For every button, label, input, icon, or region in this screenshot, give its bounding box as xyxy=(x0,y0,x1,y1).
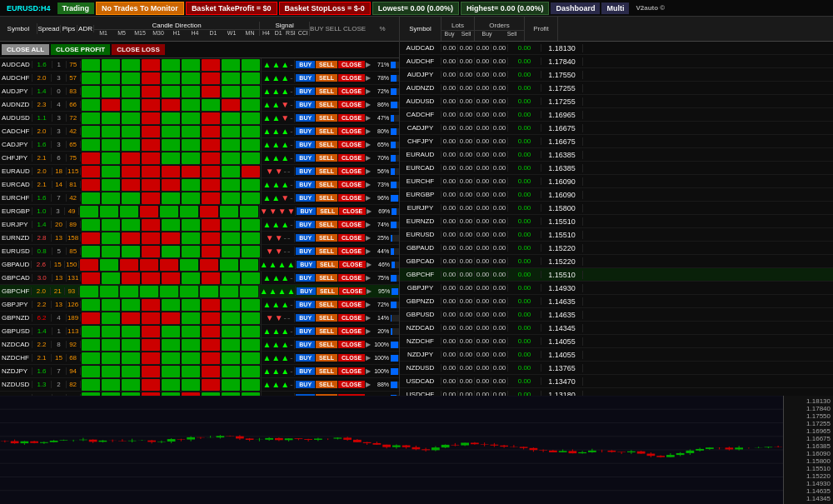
close-loss-button[interactable]: CLOSE LOSS xyxy=(112,44,165,55)
close-row-button[interactable]: CLOSE xyxy=(338,87,365,95)
close-row-button[interactable]: CLOSE xyxy=(338,61,365,68)
buy-button[interactable]: BUY xyxy=(296,114,315,122)
close-row-button[interactable]: CLOSE xyxy=(338,234,365,242)
buy-button[interactable]: BUY xyxy=(296,154,315,162)
sell-button[interactable]: SELL xyxy=(316,234,337,242)
close-profit-button[interactable]: CLOSE PROFIT xyxy=(51,44,110,55)
buy-button[interactable]: BUY xyxy=(296,87,315,95)
sell-button[interactable]: SELL xyxy=(316,114,337,122)
close-row-button[interactable]: CLOSE xyxy=(338,274,365,282)
right-panel-row: NZDUSD 0.00 0.00 0.00 0.00 0.00 1.13765 xyxy=(400,362,833,375)
close-row-button[interactable]: CLOSE xyxy=(338,247,365,255)
buy-button[interactable]: BUY xyxy=(296,301,315,308)
signal-arrow-up: ▲ xyxy=(281,367,289,376)
dashboard-label: Dashboard xyxy=(551,2,600,14)
close-row-button[interactable]: CLOSE xyxy=(338,154,365,162)
candle-cell xyxy=(122,379,140,391)
sell-button[interactable]: SELL xyxy=(316,354,337,362)
candle-cell xyxy=(162,339,180,351)
candle-cell xyxy=(140,259,158,271)
buy-button[interactable]: BUY xyxy=(296,141,315,148)
close-row-button[interactable]: CLOSE xyxy=(338,221,365,228)
buy-button[interactable]: BUY xyxy=(296,381,315,388)
sell-button[interactable]: SELL xyxy=(316,87,337,95)
close-row-button[interactable]: CLOSE xyxy=(339,287,366,295)
close-row-button[interactable]: CLOSE xyxy=(338,194,365,202)
sell-button[interactable]: SELL xyxy=(316,301,337,308)
close-row-button[interactable]: CLOSE xyxy=(338,367,365,375)
buy-button[interactable]: BUY xyxy=(296,327,315,335)
percent-bar-cell: 86% xyxy=(371,102,399,108)
close-row-button[interactable]: CLOSE xyxy=(338,74,365,82)
buy-button[interactable]: BUY xyxy=(297,261,316,268)
buy-button[interactable]: BUY xyxy=(296,274,315,282)
close-row-button[interactable]: CLOSE xyxy=(338,141,365,148)
header-symbol: Symbol xyxy=(0,23,37,34)
buy-button[interactable]: BUY xyxy=(296,127,315,135)
sell-button[interactable]: SELL xyxy=(316,127,337,135)
percent-bar-cell: 72% xyxy=(371,302,399,308)
sell-button[interactable]: SELL xyxy=(316,341,337,348)
lowest-label: Lowest= 0.00 (0.00%) xyxy=(372,2,459,15)
rp-lots-sell: 0.00 xyxy=(458,97,475,105)
sell-button[interactable]: SELL xyxy=(316,367,337,375)
sell-button[interactable]: SELL xyxy=(316,154,337,162)
sell-button[interactable]: SELL xyxy=(316,181,337,188)
rp-symbol-name: EURGBP xyxy=(400,191,441,198)
close-row-button[interactable]: CLOSE xyxy=(338,167,365,175)
candle-cell xyxy=(162,99,180,111)
sell-button[interactable]: SELL xyxy=(316,101,337,108)
sell-button[interactable]: SELL xyxy=(316,274,337,282)
header-percent: % xyxy=(366,25,399,32)
buy-button[interactable]: BUY xyxy=(297,207,316,215)
sell-button[interactable]: SELL xyxy=(316,167,337,175)
close-row-button[interactable]: CLOSE xyxy=(338,301,365,308)
close-row-button[interactable]: CLOSE xyxy=(338,114,365,122)
sell-button[interactable]: SELL xyxy=(316,194,337,202)
close-all-button[interactable]: CLOSE ALL xyxy=(2,44,49,55)
buy-button[interactable]: BUY xyxy=(296,354,315,362)
buy-button[interactable]: BUY xyxy=(296,74,315,82)
buy-button[interactable]: BUY xyxy=(296,314,315,322)
close-row-button[interactable]: CLOSE xyxy=(339,261,366,268)
candle-cell xyxy=(82,326,100,337)
adr-value: 83 xyxy=(67,87,81,95)
buy-button[interactable]: BUY xyxy=(296,194,315,202)
candle-cell xyxy=(122,139,140,151)
close-row-button[interactable]: CLOSE xyxy=(338,181,365,188)
buy-button[interactable]: BUY xyxy=(296,234,315,242)
close-row-button[interactable]: CLOSE xyxy=(338,341,365,348)
buy-button[interactable]: BUY xyxy=(296,181,315,188)
close-row-button[interactable]: CLOSE xyxy=(339,207,366,215)
buy-button[interactable]: BUY xyxy=(296,61,315,68)
sell-button[interactable]: SELL xyxy=(316,74,337,82)
buy-button[interactable]: BUY xyxy=(296,101,315,108)
close-row-button[interactable]: CLOSE xyxy=(338,314,365,322)
action-buttons: BUY SELL CLOSE xyxy=(295,274,366,282)
close-row-button[interactable]: CLOSE xyxy=(338,101,365,108)
sell-button[interactable]: SELL xyxy=(316,247,337,255)
close-row-button[interactable]: CLOSE xyxy=(338,327,365,335)
sell-button[interactable]: SELL xyxy=(316,61,337,68)
sell-button[interactable]: SELL xyxy=(317,261,338,268)
sell-button[interactable]: SELL xyxy=(316,327,337,335)
sell-button[interactable]: SELL xyxy=(316,141,337,148)
sell-button[interactable]: SELL xyxy=(316,314,337,322)
rp-lots-sell: 0.00 xyxy=(458,137,475,145)
buy-button[interactable]: BUY xyxy=(296,367,315,375)
close-row-button[interactable]: CLOSE xyxy=(338,127,365,135)
close-row-button[interactable]: CLOSE xyxy=(338,354,365,362)
sell-button[interactable]: SELL xyxy=(317,287,338,295)
sell-button[interactable]: SELL xyxy=(316,381,337,388)
close-row-button[interactable]: CLOSE xyxy=(338,381,365,388)
right-panel-row: GBPCAD 0.00 0.00 0.00 0.00 0.00 1.15220 xyxy=(400,255,833,268)
buy-button[interactable]: BUY xyxy=(296,221,315,228)
sell-button[interactable]: SELL xyxy=(317,207,338,215)
sell-button[interactable]: SELL xyxy=(316,221,337,228)
buy-button[interactable]: BUY xyxy=(296,247,315,255)
buy-button[interactable]: BUY xyxy=(297,287,316,295)
symbol-name: EURCHF xyxy=(0,194,32,202)
buy-button[interactable]: BUY xyxy=(296,167,315,175)
buy-button[interactable]: BUY xyxy=(296,341,315,348)
rp-lots-buy: 0.00 xyxy=(441,84,458,92)
